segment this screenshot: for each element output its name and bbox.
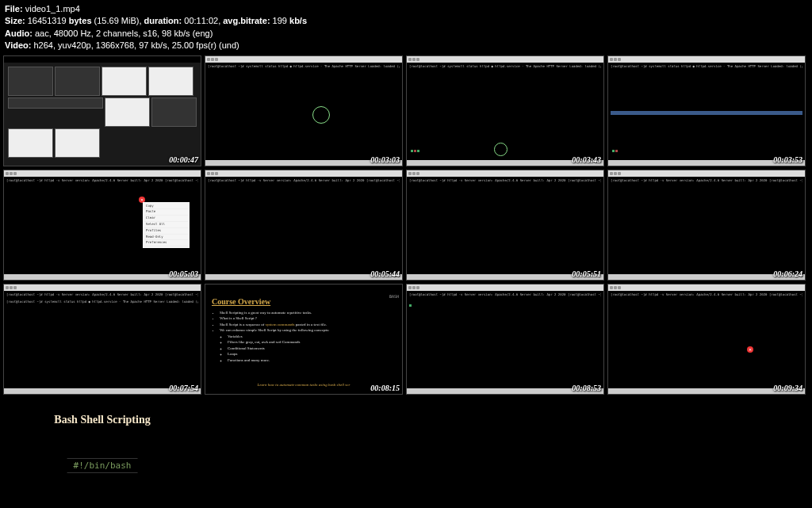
thumbnail-1: 00:00:47 — [3, 55, 201, 166]
terminal-output: [root@localhost ~]# httpd -v Server vers… — [608, 291, 805, 394]
terminal-output: [root@localhost ~]# httpd -v Server vers… — [205, 177, 402, 280]
thumbnail-12: [root@localhost ~]# httpd -v Server vers… — [607, 284, 806, 395]
thumbnail-10: BASH Course Overview Shell Scripting is … — [205, 284, 403, 395]
audio-info: aac, 48000 Hz, 2 channels, s16, 98 kb/s … — [35, 29, 213, 38]
thumbnail-5: [root@localhost ~]# httpd -v Server vers… — [3, 170, 201, 281]
size-label: Size: — [5, 16, 25, 25]
terminal-output: [root@localhost ~]# systemctl status htt… — [608, 63, 805, 166]
desktop-overview — [4, 63, 201, 166]
thumbnail-11: [root@localhost ~]# httpd -v Server vers… — [406, 284, 604, 395]
terminal-output: [root@localhost ~]# httpd -v Server vers… — [608, 177, 805, 280]
shebang-line: #!/bin/bash — [67, 458, 138, 473]
thumbnail-3: [root@localhost ~]# systemctl status htt… — [406, 55, 604, 166]
timestamp: 00:09:34 — [773, 384, 802, 392]
size-bytes: 16451319 — [28, 16, 67, 25]
thumbnail-4: [root@localhost ~]# systemctl status htt… — [607, 55, 806, 166]
slide-title: Course Overview — [212, 297, 396, 307]
timestamp: 00:03:43 — [572, 155, 601, 164]
thumbnail-13: Bash Shell Scripting #!/bin/bash Learn h… — [3, 398, 201, 508]
slide-bullets: Shell Scripting is a great way to automa… — [212, 310, 396, 364]
file-info-header: File: video1_1.mp4 Size: 16451319 bytes … — [0, 0, 812, 55]
duration: 00:11:02 — [184, 16, 218, 25]
bash-logo: BASH — [389, 294, 399, 299]
final-title: Bash Shell Scripting — [3, 398, 201, 426]
thumbnail-2: [root@localhost ~]# systemctl status htt… — [205, 55, 403, 166]
terminal-output: [root@localhost ~]# httpd -v Server vers… — [407, 177, 603, 280]
timestamp: 00:05:51 — [572, 269, 601, 278]
thumbnail-8: [root@localhost ~]# httpd -v Server vers… — [607, 170, 806, 281]
timestamp: 00:08:53 — [572, 384, 601, 392]
timestamp: 00:05:03 — [169, 269, 198, 278]
slide-content: BASH Course Overview Shell Scripting is … — [205, 291, 402, 394]
terminal-output: [root@localhost ~]# httpd -v Server vers… — [4, 291, 201, 394]
video-label: Video: — [5, 40, 31, 50]
timestamp: 00:08:15 — [370, 384, 400, 392]
terminal-output: [root@localhost ~]# systemctl status htt… — [407, 63, 603, 166]
timestamp: 00:06:24 — [773, 269, 802, 278]
file-name: video1_1.mp4 — [25, 4, 80, 13]
terminal-output: [root@localhost ~]# systemctl status htt… — [205, 63, 402, 166]
timestamp: 00:07:54 — [169, 384, 198, 392]
terminal-output: [root@localhost ~]# httpd -v Server vers… — [407, 291, 603, 394]
timestamp: 00:00:47 — [169, 155, 198, 164]
error-icon: ✕ — [747, 346, 753, 353]
file-label: File: — [5, 4, 23, 13]
context-menu[interactable]: CopyPasteClear Select AllProfilesRead-On… — [143, 202, 190, 249]
terminal-output: [root@localhost ~]# httpd -v Server vers… — [4, 177, 201, 280]
video-info: h264, yuv420p, 1366x768, 97 kb/s, 25.00 … — [33, 40, 239, 50]
timestamp: 00:03:03 — [370, 155, 400, 164]
timestamp: 00:03:53 — [773, 155, 802, 164]
timestamp: 00:05:44 — [370, 269, 400, 278]
thumbnail-grid: 00:00:47 [root@localhost ~]# systemctl s… — [0, 55, 812, 395]
thumbnail-7: [root@localhost ~]# httpd -v Server vers… — [406, 170, 604, 281]
audio-label: Audio: — [5, 29, 33, 38]
bitrate: 199 — [273, 16, 287, 25]
thumbnail-9: [root@localhost ~]# httpd -v Server vers… — [3, 284, 201, 395]
thumbnail-6: [root@localhost ~]# httpd -v Server vers… — [205, 170, 403, 281]
